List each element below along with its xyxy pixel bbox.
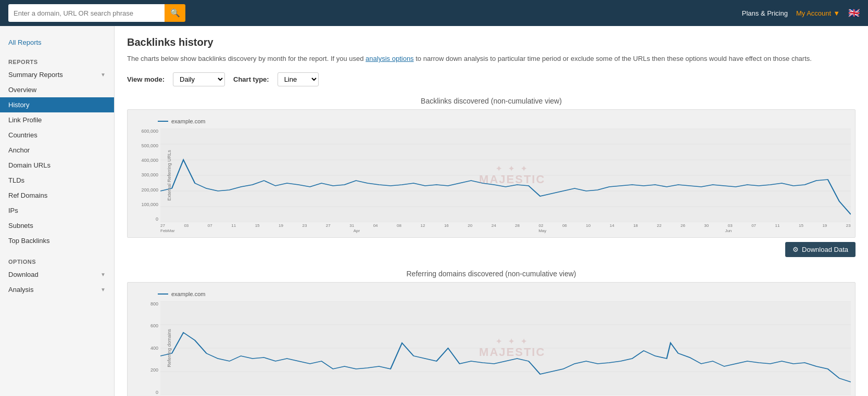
chart1-x-axis: 2703071115192327310408121620242802061014… xyxy=(132,223,851,228)
legend-line-icon xyxy=(158,121,168,122)
options-section-title: OPTIONS xyxy=(0,254,114,267)
main-content: Backlinks history The charts below show … xyxy=(115,26,868,396)
sidebar-item-history[interactable]: History xyxy=(0,97,114,112)
page-layout: All Reports REPORTS Summary Reports ▼ Ov… xyxy=(0,26,868,396)
sidebar-item-tlds[interactable]: TLDs xyxy=(0,173,114,188)
chart1-month-labels: FebMarAprMayJun xyxy=(132,228,851,233)
language-flag[interactable]: 🇬🇧 xyxy=(848,7,860,19)
chart1-download-row: ⚙ Download Data xyxy=(127,242,856,257)
sidebar-item-top-backlinks[interactable]: Top Backlinks xyxy=(0,233,114,248)
chart-type-select[interactable]: Line Bar xyxy=(278,72,319,86)
sidebar-item-ref-domains[interactable]: Ref Domains xyxy=(0,188,114,203)
plans-pricing-link[interactable]: Plans & Pricing xyxy=(742,9,788,17)
download-label: Download Data xyxy=(802,246,848,253)
chart2-legend-label: example.com xyxy=(171,291,205,297)
analysis-options-link[interactable]: analysis options xyxy=(366,55,414,62)
y-tick: 0 xyxy=(156,216,158,222)
chevron-down-icon: ▼ xyxy=(100,72,106,78)
sidebar-item-summary-reports[interactable]: Summary Reports ▼ xyxy=(0,67,114,82)
y-tick: 800 xyxy=(150,301,158,306)
sidebar-item-ips[interactable]: IPs xyxy=(0,203,114,218)
reports-section-title: REPORTS xyxy=(0,55,114,67)
sidebar-item-domain-urls[interactable]: Domain URLs xyxy=(0,158,114,173)
chart2-svg xyxy=(160,301,851,395)
sidebar-item-subnets[interactable]: Subnets xyxy=(0,218,114,233)
chart1-download-button[interactable]: ⚙ Download Data xyxy=(785,242,856,257)
sidebar-item-label: Analysis xyxy=(8,286,33,293)
y-tick: 600,000 xyxy=(141,129,158,134)
desc-text: The charts below show backlinks discover… xyxy=(127,55,366,62)
sidebar-item-analysis[interactable]: Analysis ▼ xyxy=(0,282,114,297)
all-reports-link[interactable]: All Reports xyxy=(0,34,114,55)
sidebar-item-label: IPs xyxy=(8,207,18,214)
chart2-title: Referring domains discovered (non-cumula… xyxy=(127,270,856,278)
page-title: Backlinks history xyxy=(127,36,856,48)
page-description: The charts below show backlinks discover… xyxy=(127,54,856,64)
sidebar-item-label: TLDs xyxy=(8,176,24,184)
chart1-legend-label: example.com xyxy=(171,118,205,124)
sidebar-item-label: Top Backlinks xyxy=(8,237,49,245)
y-tick: 400 xyxy=(150,346,158,351)
chevron-down-icon: ▼ xyxy=(100,272,106,277)
sidebar-item-label: Subnets xyxy=(8,222,33,229)
chart2-legend: example.com xyxy=(132,291,851,297)
chart2-section: Referring domains discovered (non-cumula… xyxy=(127,270,856,397)
sidebar-item-overview[interactable]: Overview xyxy=(0,82,114,97)
sidebar-item-label: Download xyxy=(8,271,39,278)
sidebar-item-anchor[interactable]: Anchor xyxy=(0,143,114,158)
y-tick: 0 xyxy=(156,390,158,395)
sidebar-item-download[interactable]: Download ▼ xyxy=(0,267,114,282)
sidebar-item-label: Link Profile xyxy=(8,116,42,124)
my-account-link[interactable]: My Account ▼ xyxy=(796,9,840,17)
chart1-legend: example.com xyxy=(132,118,851,124)
y-tick: 300,000 xyxy=(141,172,158,177)
chart1-title: Backlinks discovered (non-cumulative vie… xyxy=(127,97,856,105)
desc-suffix: to narrow down analysis to particular ti… xyxy=(414,55,812,62)
sidebar-item-label: Anchor xyxy=(8,146,30,154)
sidebar-item-link-profile[interactable]: Link Profile xyxy=(0,112,114,127)
chart1-container: example.com 600,000 500,000 400,000 300,… xyxy=(127,109,856,238)
sidebar: All Reports REPORTS Summary Reports ▼ Ov… xyxy=(0,26,115,396)
sidebar-item-label: Summary Reports xyxy=(8,71,63,79)
legend-line-icon xyxy=(158,293,168,295)
view-mode-select[interactable]: Daily Weekly Monthly xyxy=(173,72,225,86)
y-tick: 500,000 xyxy=(141,143,158,148)
chart1-svg xyxy=(160,129,851,222)
y-tick: 200,000 xyxy=(141,187,158,193)
sidebar-item-countries[interactable]: Countries xyxy=(0,127,114,143)
search-input[interactable] xyxy=(8,4,165,22)
chevron-down-icon: ▼ xyxy=(833,9,840,17)
y-tick: 400,000 xyxy=(141,158,158,163)
chart-type-label: Chart type: xyxy=(233,75,269,83)
chart1-section: Backlinks discovered (non-cumulative vie… xyxy=(127,97,856,257)
y-tick: 200 xyxy=(150,367,158,373)
sidebar-item-label: Domain URLs xyxy=(8,161,51,169)
sidebar-item-label: Ref Domains xyxy=(8,191,47,199)
view-mode-label: View mode: xyxy=(127,75,165,83)
account-label: My Account xyxy=(796,9,831,17)
top-navigation: 🔍 Plans & Pricing My Account ▼ 🇬🇧 xyxy=(0,0,868,26)
topnav-right: Plans & Pricing My Account ▼ 🇬🇧 xyxy=(742,7,860,19)
chart2-y-axis-label: Referring domains xyxy=(167,314,172,382)
download-icon: ⚙ xyxy=(792,246,799,253)
y-tick: 100,000 xyxy=(141,202,158,207)
search-button[interactable]: 🔍 xyxy=(165,4,185,22)
sidebar-item-label: Overview xyxy=(8,86,36,94)
chevron-down-icon: ▼ xyxy=(100,287,106,292)
search-box: 🔍 xyxy=(8,4,185,22)
chart2-container: example.com 800 600 400 200 0 Referring … xyxy=(127,282,856,397)
chart1-y-axis-label: External Referring URLs xyxy=(167,142,172,209)
sidebar-item-label: History xyxy=(8,101,29,109)
y-tick: 600 xyxy=(150,323,158,328)
search-icon: 🔍 xyxy=(170,8,180,18)
chart-controls: View mode: Daily Weekly Monthly Chart ty… xyxy=(127,72,856,86)
sidebar-item-label: Countries xyxy=(8,131,37,139)
